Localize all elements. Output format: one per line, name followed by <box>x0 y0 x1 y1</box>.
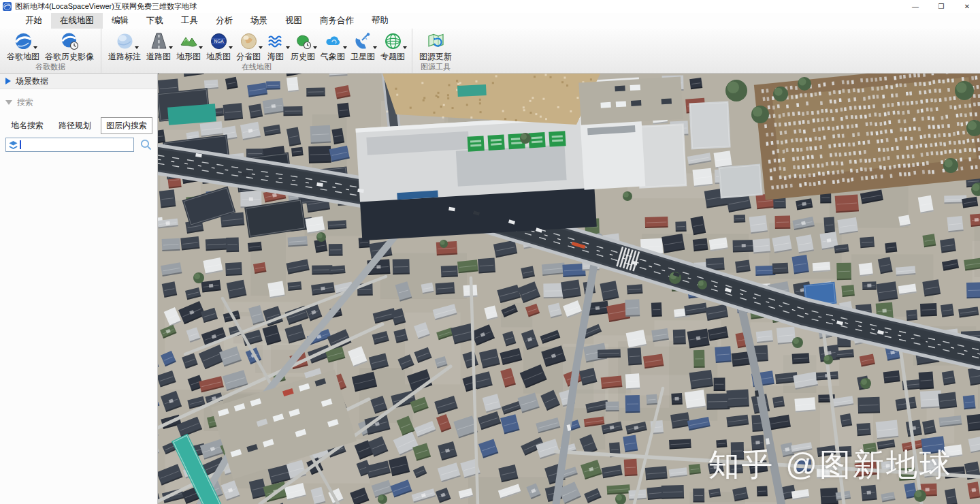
dropdown-arrow-icon <box>135 46 139 49</box>
satellite-icon <box>353 31 372 50</box>
collapsed-arrow-icon <box>5 78 11 84</box>
satellite-map-button[interactable]: 卫星图 <box>348 31 378 63</box>
text-caret <box>20 140 21 149</box>
geology-icon: NGA <box>209 31 228 50</box>
geology-map-button[interactable]: NGA 地质图 <box>203 31 233 63</box>
ribbon-group-source-tools: 图源更新 图源工具 <box>412 29 459 73</box>
search-icon[interactable] <box>140 139 152 151</box>
tab-tools[interactable]: 工具 <box>172 13 207 29</box>
tab-place-search[interactable]: 地名搜索 <box>5 117 49 134</box>
ribbon: 谷歌地图 谷歌历史影像 谷歌数据 道路标注 道路图 <box>0 29 980 74</box>
map-area: 知乎 @图新地球 <box>158 74 980 504</box>
dropdown-arrow-icon <box>343 46 347 49</box>
window-title: 图新地球4(LocaSpaceViewer)互联网免费三维数字地球 <box>15 1 197 12</box>
tab-layer-search[interactable]: 图层内搜索 <box>101 117 152 134</box>
svg-text:NGA: NGA <box>214 39 224 44</box>
layers-icon <box>8 140 18 150</box>
restore-button[interactable]: ❐ <box>928 0 954 13</box>
search-input-row <box>5 138 152 152</box>
history-map-icon <box>293 31 312 50</box>
dropdown-arrow-icon <box>259 46 263 49</box>
road-label-button[interactable]: 道路标注 <box>105 31 144 63</box>
dropdown-arrow-icon <box>33 46 37 49</box>
province-map-button[interactable]: 分省图 <box>233 31 263 63</box>
group-label-google-data: 谷歌数据 <box>0 62 101 72</box>
dropdown-arrow-icon <box>373 46 377 49</box>
scene-data-header[interactable]: 场景数据 <box>0 74 157 89</box>
globe-icon <box>115 31 134 50</box>
ribbon-tab-strip: 开始 在线地图 编辑 下载 工具 分析 场景 视图 商务合作 帮助 <box>0 13 980 29</box>
tab-business[interactable]: 商务合作 <box>311 13 363 29</box>
close-button[interactable]: ✕ <box>954 0 980 13</box>
group-label-source-tools: 图源工具 <box>412 62 459 72</box>
tab-route-planning[interactable]: 路径规划 <box>53 117 97 134</box>
tab-analysis[interactable]: 分析 <box>207 13 242 29</box>
dropdown-arrow-icon <box>403 46 407 49</box>
thematic-icon <box>383 31 402 50</box>
app-icon <box>3 2 12 11</box>
dropdown-arrow-icon <box>229 46 233 49</box>
weather-icon <box>323 31 342 50</box>
search-section-header[interactable]: 搜索 <box>0 95 157 109</box>
tab-start[interactable]: 开始 <box>16 13 51 29</box>
tab-download[interactable]: 下载 <box>137 13 172 29</box>
dropdown-arrow-icon <box>199 46 203 49</box>
map-refresh-icon <box>426 31 445 50</box>
tab-help[interactable]: 帮助 <box>363 13 397 29</box>
sea-chart-button[interactable]: 海图 <box>263 31 288 63</box>
sea-chart-icon <box>266 31 285 50</box>
google-history-imagery-button[interactable]: 谷歌历史影像 <box>42 31 97 63</box>
group-label-online-maps: 在线地图 <box>101 62 412 72</box>
map-source-update-button[interactable]: 图源更新 <box>416 31 455 63</box>
tab-online-map[interactable]: 在线地图 <box>51 13 103 29</box>
map-viewport[interactable] <box>158 74 980 504</box>
title-bar: 图新地球4(LocaSpaceViewer)互联网免费三维数字地球 — ❐ ✕ <box>0 0 980 13</box>
tab-edit[interactable]: 编辑 <box>103 13 137 29</box>
terrain-map-button[interactable]: 地形图 <box>174 31 203 63</box>
expanded-arrow-icon <box>5 100 12 105</box>
google-map-button[interactable]: 谷歌地图 <box>4 31 42 63</box>
sidebar: 场景数据 搜索 地名搜索 路径规划 图层内搜索 <box>0 74 158 504</box>
search-input[interactable] <box>5 138 134 152</box>
province-icon <box>239 31 258 50</box>
road-map-button[interactable]: 道路图 <box>144 31 174 63</box>
history-map-button[interactable]: 历史图 <box>288 31 318 63</box>
minimize-button[interactable]: — <box>902 0 928 13</box>
tab-view[interactable]: 视图 <box>276 13 311 29</box>
google-earth-history-icon <box>60 31 79 50</box>
google-earth-icon <box>14 31 33 50</box>
road-icon <box>149 31 168 50</box>
ribbon-group-google-data: 谷歌地图 谷歌历史影像 谷歌数据 <box>0 29 101 73</box>
dropdown-arrow-icon <box>286 46 290 49</box>
thematic-map-button[interactable]: 专题图 <box>378 31 408 63</box>
terrain-icon <box>179 31 198 50</box>
watermark: 知乎 @图新地球 <box>708 444 953 486</box>
tab-scene[interactable]: 场景 <box>242 13 276 29</box>
dropdown-arrow-icon <box>313 46 317 49</box>
weather-map-button[interactable]: 气象图 <box>318 31 348 63</box>
dropdown-arrow-icon <box>169 46 173 49</box>
ribbon-filler <box>459 29 980 73</box>
ribbon-group-online-maps: 道路标注 道路图 地形图 NGA 地质图 <box>101 29 412 73</box>
search-tabs: 地名搜索 路径规划 图层内搜索 <box>5 117 157 134</box>
